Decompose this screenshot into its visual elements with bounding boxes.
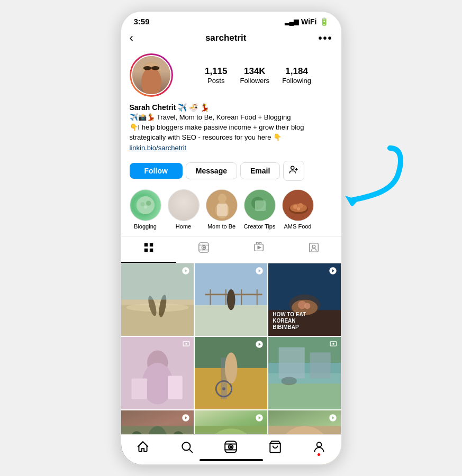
phone-frame: 3:59 ▂▄▆ WiFi 🔋 ‹ sarchetrit ••• [120, 11, 342, 465]
followers-count: 134K [244, 66, 266, 77]
posts-stat[interactable]: 1,115 Posts [205, 66, 228, 85]
followers-stat[interactable]: 134K Followers [240, 66, 270, 85]
post-image-1 [121, 263, 194, 336]
avatar [131, 55, 171, 95]
highlight-home[interactable]: Home [168, 189, 200, 230]
highlight-blogging-label: Blogging [134, 223, 157, 230]
svg-point-44 [126, 303, 188, 312]
highlight-creatortips[interactable]: Creator Tips [244, 189, 276, 230]
svg-rect-29 [144, 248, 147, 251]
action-buttons: Follow Message Email [121, 157, 341, 185]
profile-bio: ✈️📸💃 Travel, Mom to Be, Korean Food + Bl… [130, 113, 333, 143]
reel-indicator-1 [182, 267, 190, 277]
reel-indicator-3 [329, 267, 337, 277]
svg-rect-20 [255, 200, 266, 211]
svg-rect-67 [168, 376, 182, 399]
nav-home[interactable] [136, 440, 150, 454]
reels-icon [198, 242, 210, 257]
photo-indicator-4 [183, 340, 190, 349]
reel-indicator-7 [182, 414, 190, 424]
bio-section: Sarah Chetrit ✈️ 🍜 💃 ✈️📸💃 Travel, Mom to… [121, 102, 341, 157]
svg-point-104 [317, 442, 322, 447]
nav-profile[interactable] [312, 440, 326, 454]
wifi-icon: WiFi [301, 17, 316, 26]
profile-info: 1,115 Posts 134K Followers 1,184 Followi… [121, 49, 341, 102]
tab-igtv[interactable] [231, 236, 286, 263]
status-time: 3:59 [134, 17, 150, 26]
profile-notification-dot [318, 453, 320, 456]
highlight-amsfood[interactable]: AMS Food [282, 189, 314, 230]
highlight-blogging[interactable]: Blogging [130, 189, 161, 230]
more-options-button[interactable]: ••• [318, 32, 332, 44]
following-count: 1,184 [285, 66, 308, 77]
battery-icon: 🔋 [320, 17, 329, 26]
post-tabs [121, 236, 341, 263]
profile-name: Sarah Chetrit ✈️ 🍜 💃 [130, 103, 333, 112]
svg-point-83 [333, 343, 335, 345]
svg-rect-38 [259, 242, 261, 244]
back-button[interactable]: ‹ [130, 31, 133, 45]
highlight-momtobe[interactable]: Mom to Be [206, 189, 238, 230]
svg-point-56 [227, 289, 235, 310]
reel-indicator-9 [329, 414, 337, 424]
email-button[interactable]: Email [240, 162, 280, 179]
post-cell-3[interactable]: HOW TO EATKOREANBIBIMBAP [268, 263, 341, 336]
following-stat[interactable]: 1,184 Following [282, 66, 311, 85]
svg-rect-40 [309, 243, 318, 252]
svg-rect-79 [279, 347, 305, 378]
igtv-icon [253, 242, 265, 257]
profile-link[interactable]: linkin.bio/sarchetrit [130, 144, 187, 152]
svg-point-5 [143, 66, 151, 70]
add-friend-button[interactable] [283, 161, 304, 181]
post-text-overlay-3: HOW TO EATKOREANBIBIMBAP [273, 312, 306, 331]
svg-point-74 [222, 387, 225, 390]
tab-grid[interactable] [121, 236, 176, 263]
reel-indicator-8 [255, 414, 264, 424]
svg-point-12 [146, 200, 151, 206]
svg-point-41 [312, 245, 315, 248]
svg-point-13 [144, 205, 147, 208]
post-cell-2[interactable] [195, 263, 267, 336]
svg-point-11 [140, 202, 144, 206]
post-image-6 [268, 337, 341, 409]
post-image-4 [121, 337, 194, 409]
post-cell-1[interactable] [121, 263, 194, 336]
svg-point-10 [136, 196, 154, 214]
nav-shop[interactable] [268, 440, 282, 454]
grid-icon [143, 242, 155, 257]
tab-reels[interactable] [176, 236, 231, 263]
signal-icon: ▂▄▆ [285, 18, 299, 25]
svg-rect-80 [310, 352, 331, 378]
svg-marker-39 [258, 246, 261, 249]
message-button[interactable]: Message [186, 162, 237, 179]
photo-indicator-6 [330, 340, 337, 349]
follow-button[interactable]: Follow [130, 163, 183, 179]
reel-indicator-5 [255, 340, 264, 350]
posts-label: Posts [207, 77, 225, 85]
post-cell-5[interactable] [195, 337, 267, 409]
svg-point-7 [291, 166, 294, 169]
svg-rect-28 [149, 243, 152, 246]
header-username: sarchetrit [205, 33, 246, 43]
highlight-momtobe-label: Mom to Be [207, 223, 235, 230]
reel-indicator-2 [255, 267, 264, 277]
svg-rect-66 [131, 378, 147, 399]
svg-point-69 [185, 343, 187, 345]
status-bar: 3:59 ▂▄▆ WiFi 🔋 [121, 12, 341, 28]
nav-search[interactable] [180, 440, 194, 454]
followers-label: Followers [240, 77, 270, 85]
nav-reels[interactable] [224, 440, 238, 454]
svg-point-96 [183, 442, 191, 450]
post-cell-4[interactable] [121, 337, 194, 409]
post-image-5 [195, 337, 267, 409]
tab-tagged[interactable] [286, 236, 341, 263]
svg-point-33 [203, 246, 204, 248]
arrow-annotation [316, 143, 406, 206]
svg-rect-17 [217, 204, 228, 216]
post-image-2 [195, 263, 267, 336]
post-cell-6[interactable] [268, 337, 341, 409]
following-label: Following [282, 77, 311, 85]
svg-point-24 [293, 205, 297, 209]
svg-point-62 [304, 303, 311, 309]
stats-area: 1,115 Posts 134K Followers 1,184 Followi… [184, 66, 333, 85]
